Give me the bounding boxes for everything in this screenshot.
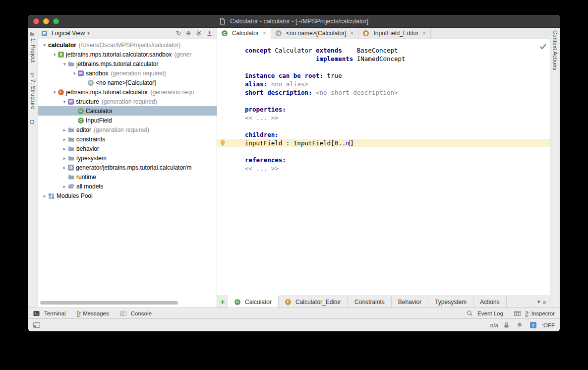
expanded-arrow-icon[interactable]: ▾ [41,43,48,48]
collapsed-arrow-icon[interactable]: ▸ [61,165,68,170]
tree-row[interactable]: ▾Msandbox(generation required) [38,68,217,78]
settings-gear-icon[interactable] [194,30,203,36]
editor-tab[interactable]: CCalculator× [217,28,271,39]
tree-row[interactable]: ▸editor(generation required) [38,125,217,134]
code-line[interactable]: instance can be root: true [217,71,550,80]
toolwindow-toggle-icon[interactable] [33,322,40,328]
tab-menu-icon[interactable]: ≡ [543,299,546,305]
tree-item-label: editor [76,126,91,133]
add-aspect-button[interactable]: + [217,296,228,308]
tool-window-button[interactable]: 2: Inspector [514,310,555,316]
tree-row[interactable]: ▸Ggenerator/jetbrains.mps.tutorial.calcu… [38,163,217,172]
tab-close-icon[interactable]: × [422,30,426,37]
expanded-arrow-icon[interactable]: ▾ [71,71,78,76]
horizontal-scrollbar[interactable] [40,301,178,305]
collapsed-arrow-icon[interactable]: ▸ [61,156,68,161]
code-line[interactable]: properties: [217,105,550,114]
tool-window-button[interactable]: Console [120,310,152,316]
tree-row[interactable]: ▸all models [38,182,217,191]
tree-row[interactable]: CCalculator [38,106,217,116]
tree-item-label: sandbox [86,70,108,77]
view-selector-label[interactable]: Logical View [52,30,85,37]
tool-window-button[interactable]: 0: Messages [76,310,109,316]
expanded-arrow-icon[interactable]: ▾ [51,90,58,95]
tool-window-button[interactable]: Event Log [467,310,503,316]
tree-row[interactable]: ▾Ljetbrains.mps.tutorial.calculator(gene… [38,87,217,97]
code-area[interactable]: concept Calculator extends BaseConcept i… [217,39,550,173]
tree-row[interactable]: ▸constraints [38,134,217,144]
tool-stripe-button[interactable]: 7: Structure [29,72,37,109]
editor-tab-label: <no name>[Calculator] [286,30,346,37]
collapsed-arrow-icon[interactable]: ▸ [61,137,68,142]
tree-item-label: Modules Pool [57,192,93,199]
editor-tab[interactable]: EInputField_Editor× [358,28,431,39]
tree-row[interactable]: ▸behavior [38,144,217,153]
aspect-tab[interactable]: ECalculator_Editor [279,296,348,308]
code-line[interactable]: references: [217,156,550,164]
tool-window-button[interactable]: Terminal [33,310,65,316]
typesystem-toggle-icon[interactable]: T [530,322,536,328]
aspect-tab-label: Behavior [398,299,421,306]
code-line[interactable] [217,97,550,105]
hide-panel-icon[interactable] [205,31,214,36]
code-segment: concept [245,47,271,54]
aspect-tab[interactable]: CCalculator [228,296,279,308]
expanded-arrow-icon[interactable]: ▾ [61,99,68,104]
minimize-window-button[interactable] [43,18,49,24]
window-title: Calculator - calculator - [~/MPSProjects… [230,18,368,25]
sync-icon[interactable]: ↻ [175,30,182,37]
code-segment: << ... >> [245,114,279,122]
lock-icon[interactable] [504,322,509,328]
context-actions-tool-button[interactable]: Context Actions [552,30,558,70]
code-line[interactable]: implements INamedConcept [217,55,550,63]
code-line[interactable]: alias: <no alias> [217,80,550,88]
tree-item-label: jetbrains.mps.tutorial.calculator [66,89,148,96]
tree-item-label: generator/jetbrains.mps.tutorial.calcula… [76,164,191,171]
collapsed-arrow-icon[interactable]: ▸ [61,127,68,132]
logical-view-icon [41,30,48,37]
code-line[interactable]: short description: <no short description… [217,88,550,97]
collapsed-arrow-icon[interactable]: ▸ [41,193,48,198]
tab-list-dropdown-icon[interactable]: ▾ [537,299,540,305]
tree-row[interactable]: ▾jetbrains.mps.tutorial.calculator [38,59,217,68]
collapsed-arrow-icon[interactable]: ▸ [61,184,68,189]
chevron-down-icon[interactable]: ▾ [87,31,90,36]
collapsed-arrow-icon[interactable]: ▸ [61,146,68,151]
titlebar[interactable]: Calculator - calculator - [~/MPSProjects… [28,15,560,28]
tab-close-icon[interactable]: × [263,30,266,37]
close-window-button[interactable] [33,18,39,24]
expanded-arrow-icon[interactable]: ▾ [61,62,68,66]
code-line[interactable]: inputField : InputField[0..n] [217,139,550,147]
code-line[interactable]: << ... >> [217,114,550,122]
tree-row[interactable]: ▾Sjetbrains.mps.tutorial.calculator.sand… [38,50,217,59]
tree-row[interactable]: CInputField [38,116,217,125]
tree-item-label: jetbrains.mps.tutorial.calculator.sandbo… [66,51,172,58]
tree-row[interactable]: runtime [38,172,217,182]
tab-close-icon[interactable]: × [350,30,353,37]
zoom-window-button[interactable] [53,18,59,24]
intention-bulb-icon[interactable] [220,140,226,146]
tree-row[interactable]: N<no name>[Calculator] [38,78,217,87]
aspect-tab[interactable]: Typesystem [428,296,473,308]
code-line[interactable] [217,147,550,156]
code-line[interactable]: << ... >> [217,164,550,173]
tree-row[interactable]: ▸Modules Pool [38,191,217,200]
aspect-tab[interactable]: Behavior [392,296,428,308]
editor-tab[interactable]: N<no name>[Calculator]× [271,28,358,39]
tree-row[interactable]: ▾calculator(/Users/Oscar/MPSProjects/cal… [38,40,217,50]
locate-icon[interactable]: ⊕ [184,30,192,37]
tree-row[interactable]: ▸typesystem [38,153,217,163]
aspect-tab[interactable]: Actions [473,296,506,308]
tool-stripe-button[interactable]: 1: Project [29,32,37,62]
tool-stripe-button[interactable] [30,120,37,124]
expanded-arrow-icon[interactable]: ▾ [51,52,58,57]
tree-item-label: typesystem [76,155,107,162]
tree-row[interactable]: ▾Mstructure(generation required) [38,97,217,106]
bell-icon[interactable] [517,322,523,328]
aspect-tab[interactable]: Constraints [348,296,392,308]
code-line[interactable]: concept Calculator extends BaseConcept [217,46,550,55]
code-line[interactable] [217,63,550,71]
editor-area[interactable]: concept Calculator extends BaseConcept i… [217,39,550,296]
code-line[interactable]: children: [217,130,550,139]
code-line[interactable] [217,122,550,130]
